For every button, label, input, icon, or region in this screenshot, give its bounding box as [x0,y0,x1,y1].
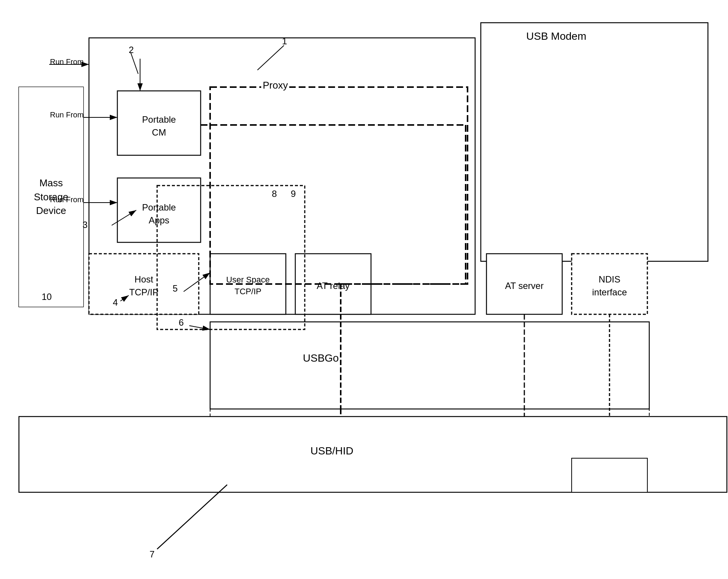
portable-apps-label: PortableApps [125,186,193,242]
number-7: 7 [150,549,154,560]
svg-rect-15 [210,409,649,417]
at-relay-label: AT relay [295,263,371,309]
user-space-tcpip-label: User SpaceTCP/IP [210,263,286,309]
usb-hid-label: USB/HID [310,445,354,457]
svg-rect-37 [210,322,649,417]
number-6: 6 [179,317,184,328]
ndis-interface-label: NDISinterface [572,263,647,309]
usb-modem-label: USB Modem [526,30,586,42]
number-9: 9 [291,189,296,199]
svg-rect-4 [481,23,708,261]
number-1: 1 [282,36,287,47]
svg-rect-14 [210,87,468,284]
usbgo-label: USBGo [303,352,339,364]
number-2: 2 [129,45,134,55]
svg-line-32 [189,326,210,329]
portable-cm-label: PortableCM [125,98,193,155]
number-4: 4 [113,297,118,308]
svg-rect-38 [572,458,647,492]
diagram-container: MassStorageDevice USB Modem PortableCM P… [0,0,728,579]
at-server-label: AT server [486,263,562,309]
run-from-2: Run From [50,111,84,119]
run-from-3: Run From [50,195,84,204]
run-from-1: Run From [50,58,84,66]
number-3: 3 [83,220,87,230]
number-10: 10 [42,292,52,302]
number-8: 8 [272,189,277,199]
proxy-label: Proxy [261,80,289,91]
svg-rect-12 [210,322,649,409]
svg-rect-13 [19,417,727,492]
host-tcpip-label: HostTCP/IP [93,261,195,311]
svg-line-40 [131,52,138,74]
svg-rect-34 [210,409,649,417]
svg-line-39 [257,45,284,70]
number-5: 5 [173,283,178,294]
svg-line-33 [157,485,227,549]
